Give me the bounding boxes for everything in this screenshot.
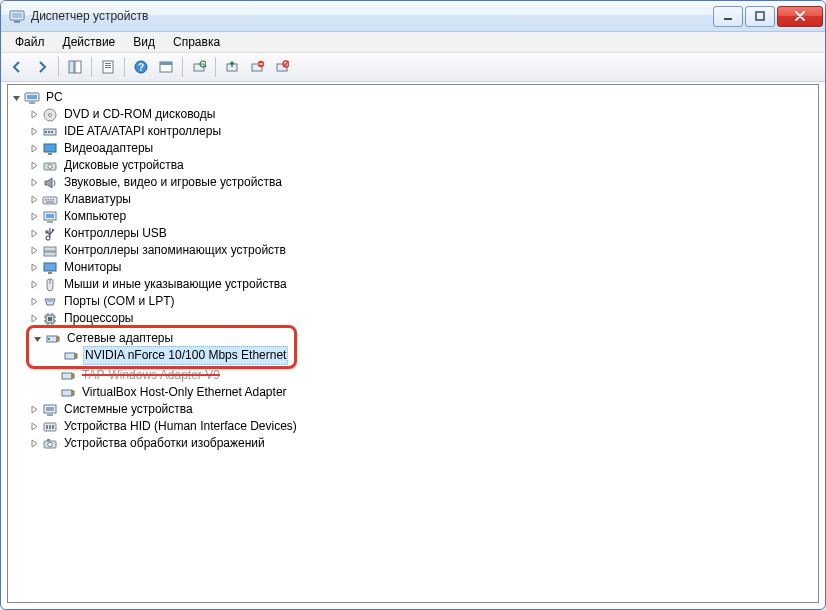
expand-arrow-icon[interactable] bbox=[28, 421, 40, 433]
tree-item-ide[interactable]: IDE ATA/ATAPI контроллеры bbox=[28, 123, 816, 140]
tree-item-imaging[interactable]: Устройства обработки изображений bbox=[28, 435, 816, 452]
close-button[interactable] bbox=[777, 6, 823, 27]
tree-item-network-adapters[interactable]: Сетевые адаптеры bbox=[31, 330, 288, 347]
back-button[interactable] bbox=[5, 55, 29, 79]
svg-point-55 bbox=[51, 300, 53, 302]
tree-label: Устройства обработки изображений bbox=[62, 435, 267, 452]
svg-rect-2 bbox=[12, 13, 22, 18]
menu-help[interactable]: Справка bbox=[165, 33, 228, 51]
update-driver-button[interactable] bbox=[220, 55, 244, 79]
tree-item-monitor[interactable]: Мониторы bbox=[28, 259, 816, 276]
scan-hardware-button[interactable] bbox=[187, 55, 211, 79]
action-button[interactable] bbox=[154, 55, 178, 79]
svg-rect-31 bbox=[45, 131, 47, 133]
disable-device-button[interactable] bbox=[270, 55, 294, 79]
menu-file[interactable]: Файл bbox=[7, 33, 53, 51]
tree-label: Дисковые устройства bbox=[62, 157, 186, 174]
expand-arrow-icon[interactable] bbox=[28, 228, 40, 240]
toolbar-separator bbox=[215, 57, 216, 77]
uninstall-device-button[interactable] bbox=[245, 55, 269, 79]
svg-rect-32 bbox=[48, 131, 50, 133]
svg-rect-21 bbox=[259, 63, 263, 64]
expand-arrow-icon[interactable] bbox=[28, 177, 40, 189]
disk-drive-icon bbox=[42, 158, 58, 174]
svg-rect-70 bbox=[75, 354, 77, 358]
svg-rect-5 bbox=[69, 61, 74, 73]
help-button[interactable]: ? bbox=[129, 55, 153, 79]
titlebar: Диспетчер устройств bbox=[1, 1, 825, 32]
svg-point-53 bbox=[47, 300, 49, 302]
tree-label: Мыши и иные указывающие устройства bbox=[62, 276, 289, 293]
network-adapter-icon bbox=[60, 385, 76, 401]
device-tree-pane[interactable]: PC DVD и CD-ROM дисководы IDE ATA/ATAPI … bbox=[7, 84, 819, 603]
tree-item-tap-adapter[interactable]: TAP-Windows Adapter V9 bbox=[46, 367, 816, 384]
forward-button[interactable] bbox=[30, 55, 54, 79]
svg-point-47 bbox=[52, 228, 54, 230]
computer-icon bbox=[24, 90, 40, 106]
tree-item-storage-controllers[interactable]: Контроллеры запоминающих устройств bbox=[28, 242, 816, 259]
svg-rect-71 bbox=[62, 373, 72, 379]
expand-arrow-icon[interactable] bbox=[28, 313, 40, 325]
system-device-icon bbox=[42, 402, 58, 418]
expand-arrow-icon[interactable] bbox=[28, 245, 40, 257]
display-adapter-icon bbox=[42, 141, 58, 157]
menu-action[interactable]: Действие bbox=[55, 33, 124, 51]
expand-arrow-icon[interactable] bbox=[28, 211, 40, 223]
tree-label: IDE ATA/ATAPI контроллеры bbox=[62, 123, 223, 140]
collapse-arrow-icon[interactable] bbox=[10, 92, 22, 104]
toolbar-separator bbox=[182, 57, 183, 77]
svg-rect-73 bbox=[62, 390, 72, 396]
tree-item-hid[interactable]: Устройства HID (Human Interface Devices) bbox=[28, 418, 816, 435]
expand-arrow-icon[interactable] bbox=[28, 296, 40, 308]
expand-arrow-icon[interactable] bbox=[28, 279, 40, 291]
keyboard-icon bbox=[42, 192, 58, 208]
tree-item-video[interactable]: Видеоадаптеры bbox=[28, 140, 816, 157]
expand-arrow-icon[interactable] bbox=[28, 438, 40, 450]
expand-arrow-icon[interactable] bbox=[28, 109, 40, 121]
hid-icon bbox=[42, 419, 58, 435]
tree-item-system[interactable]: Системные устройства bbox=[28, 401, 816, 418]
svg-rect-1 bbox=[14, 21, 20, 23]
expand-arrow-icon[interactable] bbox=[28, 194, 40, 206]
svg-rect-42 bbox=[53, 199, 55, 201]
properties-button[interactable] bbox=[96, 55, 120, 79]
maximize-button[interactable] bbox=[745, 6, 775, 27]
tree-label: DVD и CD-ROM дисководы bbox=[62, 106, 217, 123]
collapse-arrow-icon[interactable] bbox=[31, 333, 43, 345]
network-adapter-icon bbox=[45, 331, 61, 347]
tree-item-keyboard[interactable]: Клавиатуры bbox=[28, 191, 816, 208]
menu-view[interactable]: Вид bbox=[125, 33, 163, 51]
expand-arrow-icon[interactable] bbox=[28, 404, 40, 416]
tree-item-disk[interactable]: Дисковые устройства bbox=[28, 157, 816, 174]
tree-label: VirtualBox Host-Only Ethernet Adapter bbox=[80, 384, 289, 401]
svg-rect-41 bbox=[50, 199, 52, 201]
highlight-annotation: Сетевые адаптеры NVIDIA nForce 10/100 Mb… bbox=[26, 325, 297, 369]
tree-root[interactable]: PC bbox=[10, 89, 816, 106]
tree-item-sound[interactable]: Звуковые, видео и игровые устройства bbox=[28, 174, 816, 191]
show-hide-tree-button[interactable] bbox=[63, 55, 87, 79]
tree-item-dvd[interactable]: DVD и CD-ROM дисководы bbox=[28, 106, 816, 123]
toolbar-separator bbox=[91, 57, 92, 77]
expand-arrow-icon[interactable] bbox=[28, 160, 40, 172]
svg-rect-50 bbox=[44, 263, 56, 271]
expand-arrow-icon[interactable] bbox=[28, 262, 40, 274]
mouse-icon bbox=[42, 277, 58, 293]
tree-item-mouse[interactable]: Мыши и иные указывающие устройства bbox=[28, 276, 816, 293]
tree-item-ports[interactable]: Порты (COM и LPT) bbox=[28, 293, 816, 310]
toolbar-separator bbox=[124, 57, 125, 77]
tree-item-computer[interactable]: Компьютер bbox=[28, 208, 816, 225]
port-icon bbox=[42, 294, 58, 310]
tree-label: Клавиатуры bbox=[62, 191, 133, 208]
expand-arrow-icon[interactable] bbox=[28, 143, 40, 155]
svg-rect-45 bbox=[46, 214, 54, 218]
tree-item-nvidia-nforce[interactable]: NVIDIA nForce 10/100 Mbps Ethernet bbox=[49, 347, 288, 364]
svg-rect-40 bbox=[48, 199, 50, 201]
network-adapter-icon bbox=[63, 348, 79, 364]
expand-arrow-icon[interactable] bbox=[28, 126, 40, 138]
svg-rect-26 bbox=[27, 95, 37, 99]
tree-item-usb[interactable]: Контроллеры USB bbox=[28, 225, 816, 242]
storage-controller-icon bbox=[42, 243, 58, 259]
tree-item-virtualbox-adapter[interactable]: VirtualBox Host-Only Ethernet Adapter bbox=[46, 384, 816, 401]
minimize-button[interactable] bbox=[713, 6, 743, 27]
svg-rect-77 bbox=[46, 407, 54, 411]
